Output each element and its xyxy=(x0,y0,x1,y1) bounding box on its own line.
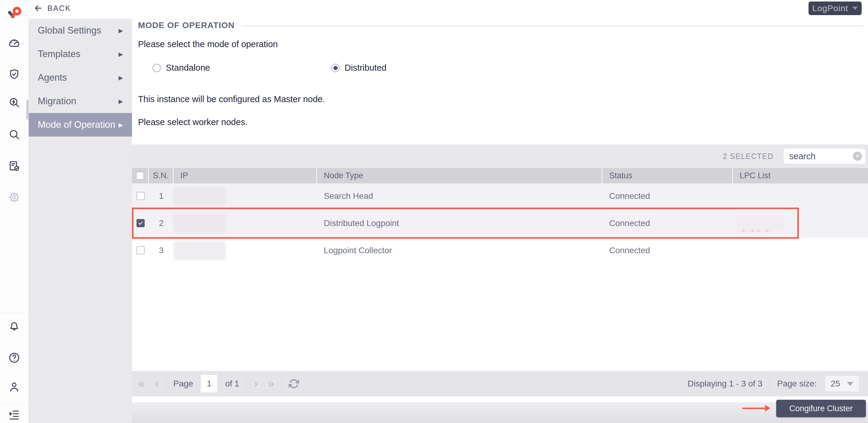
sidebar-item-label: Agents xyxy=(38,72,67,83)
page-size-select[interactable]: 25 xyxy=(825,376,859,392)
cell-sn: 3 xyxy=(149,246,174,255)
back-label: BACK xyxy=(48,4,71,13)
help-circle-icon[interactable] xyxy=(7,351,21,365)
sidebar-item-label: Templates xyxy=(38,49,80,60)
header-cell-ip: IP xyxy=(174,168,317,183)
chevron-right-icon: ▶ xyxy=(118,121,123,128)
account-dropdown[interactable]: LogPoint xyxy=(808,1,862,15)
cell-lpc: ·•··•·•··•· xyxy=(733,217,868,230)
divider xyxy=(246,377,247,391)
chevron-down-icon xyxy=(847,382,854,386)
cell-sn: 2 xyxy=(149,218,174,228)
cell-ip-redacted xyxy=(174,188,317,204)
chevron-right-icon: ▶ xyxy=(118,74,123,81)
cell-status: Connected xyxy=(602,191,733,201)
sidebar-item-migration[interactable]: Migration ▶ xyxy=(29,89,132,113)
pagination-summary: Displaying 1 - 3 of 3 Page size: 25 xyxy=(688,376,859,392)
master-note-text: This instance will be configured as Mast… xyxy=(138,94,325,104)
cell-node-type: Search Head xyxy=(317,191,602,201)
divider xyxy=(281,377,281,391)
worker-note-text: Please select worker nodes. xyxy=(138,117,248,127)
header-cell-node-type: Node Type xyxy=(317,168,602,183)
row-checkbox[interactable] xyxy=(136,192,145,200)
redacted-ip xyxy=(175,215,225,232)
search-icon[interactable] xyxy=(7,127,21,142)
logpoint-logo xyxy=(7,4,23,21)
sidebar-item-label: Global Settings xyxy=(38,25,101,36)
settings-gear-icon[interactable] xyxy=(7,190,21,204)
table-row[interactable]: 2 Distributed Logpoint Connected ·•··•·•… xyxy=(132,209,868,238)
selected-count-badge: 2 SELECTED xyxy=(723,152,773,161)
header-cell-sn: S.N. xyxy=(149,168,174,183)
configure-cluster-button[interactable]: Congifure Cluster xyxy=(776,400,866,417)
back-button[interactable]: BACK xyxy=(33,4,71,13)
scrollbar-thumb[interactable] xyxy=(26,100,28,120)
chevron-down-icon xyxy=(852,7,858,10)
sidebar-item-agents[interactable]: Agents ▶ xyxy=(29,66,132,89)
collapse-menu-icon[interactable] xyxy=(7,407,21,422)
table-row[interactable]: 1 Search Head Connected xyxy=(132,183,868,209)
main-content: MODE OF OPERATION Please select the mode… xyxy=(132,0,868,423)
redacted-lpc: ·•··•·•··•· xyxy=(737,217,868,230)
cell-ip-redacted xyxy=(174,215,317,232)
radio-label: Distributed xyxy=(345,63,386,73)
header-cell-lpc-list: LPC List xyxy=(733,168,868,183)
header-cell-status: Status xyxy=(602,168,733,183)
settings-sidebar: Global Settings ▶ Templates ▶ Agents ▶ M… xyxy=(29,19,132,423)
account-label: LogPoint xyxy=(812,4,848,13)
notifications-bell-icon[interactable] xyxy=(7,320,21,334)
report-shield-icon[interactable] xyxy=(7,159,21,173)
radio-selected-dot xyxy=(334,66,338,70)
icon-rail xyxy=(0,0,29,423)
intro-text: Please select the mode of operation xyxy=(138,39,278,49)
threat-search-icon[interactable] xyxy=(7,95,21,110)
table-header: S.N. IP Node Type Status LPC List xyxy=(132,168,868,183)
table-row[interactable]: 3 Logpoint Collector Connected xyxy=(132,238,868,263)
heading-rule xyxy=(241,26,863,26)
chevron-right-icon: ▶ xyxy=(118,27,123,34)
chevron-right-icon: ▶ xyxy=(118,51,123,58)
radio-standalone[interactable]: Standalone xyxy=(153,63,210,73)
section-heading-row: MODE OF OPERATION xyxy=(138,21,863,30)
select-all-checkbox[interactable] xyxy=(136,172,144,180)
sidebar-item-label: Migration xyxy=(38,96,76,107)
page-input[interactable] xyxy=(201,375,217,392)
first-page-button[interactable]: « xyxy=(138,378,145,389)
refresh-icon[interactable] xyxy=(289,379,299,389)
rail-divider xyxy=(0,313,28,313)
page-label: Page xyxy=(173,379,193,389)
cell-node-type: Distributed Logpoint xyxy=(317,218,602,228)
sidebar-item-global-settings[interactable]: Global Settings ▶ xyxy=(29,19,132,42)
user-icon[interactable] xyxy=(7,380,21,394)
next-page-button[interactable]: › xyxy=(254,378,258,389)
row-checkbox[interactable] xyxy=(136,246,145,254)
row-checkbox[interactable] xyxy=(136,219,145,227)
divider xyxy=(770,377,770,391)
sidebar-item-label: Mode of Operation xyxy=(38,119,115,130)
top-bar: BACK LogPoint xyxy=(29,0,868,19)
sidebar-item-mode-of-operation[interactable]: Mode of Operation ▶ xyxy=(29,113,132,137)
cell-status: Connected xyxy=(602,218,733,228)
previous-page-button[interactable]: ‹ xyxy=(155,378,159,389)
page-size-value: 25 xyxy=(831,379,840,389)
radio-distributed[interactable]: Distributed xyxy=(331,63,386,73)
redacted-ip xyxy=(175,242,225,259)
sidebar-item-templates[interactable]: Templates ▶ xyxy=(29,42,132,66)
table-toolbar: 2 SELECTED × xyxy=(132,144,868,168)
cell-sn: 1 xyxy=(149,191,174,201)
displaying-text: Displaying 1 - 3 of 3 xyxy=(688,379,762,389)
dashboard-gauge-icon[interactable] xyxy=(7,36,21,50)
radio-circle xyxy=(331,64,340,72)
page-of-label: of 1 xyxy=(225,379,239,389)
chevron-right-icon: ▶ xyxy=(118,98,123,105)
shield-check-icon[interactable] xyxy=(7,67,21,81)
page-size-label: Page size: xyxy=(777,379,817,389)
pagination-bar: « ‹ Page of 1 › » Displaying 1 - 3 of 3 … xyxy=(132,371,868,396)
clear-search-icon[interactable]: × xyxy=(853,152,862,161)
annotation-arrow xyxy=(742,407,765,409)
table-body: 1 Search Head Connected 2 Distributed Lo… xyxy=(132,183,868,263)
last-page-button[interactable]: » xyxy=(268,378,274,389)
footer-bar xyxy=(132,402,868,423)
radio-label: Standalone xyxy=(166,63,210,73)
divider xyxy=(166,377,166,391)
